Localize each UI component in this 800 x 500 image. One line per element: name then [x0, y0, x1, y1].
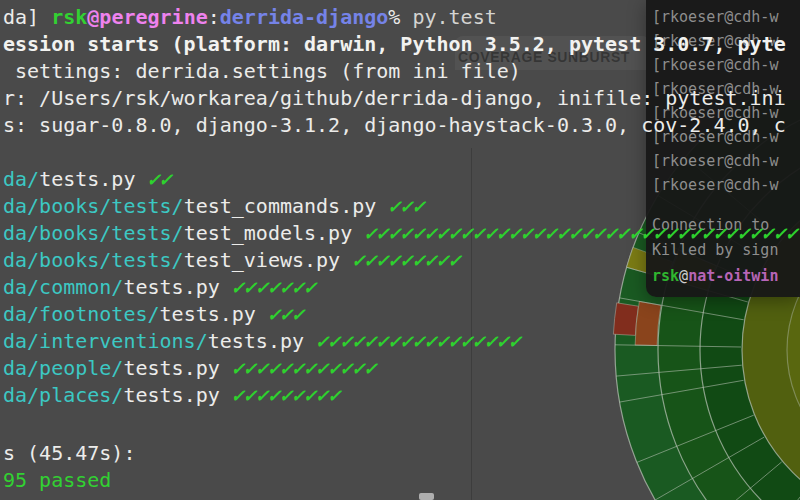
text-segment: test_models.py	[184, 221, 365, 245]
session-start-line: ession starts (platform: darwin, Python …	[3, 31, 786, 57]
test-result-line: da/tests.py ✓✓	[3, 166, 172, 192]
text-segment: 95 passed	[3, 468, 111, 492]
text-segment: tests.py	[123, 383, 231, 407]
text-segment: tests.py	[160, 302, 268, 326]
text-segment: ✓✓✓✓✓✓✓✓✓	[352, 248, 460, 272]
text-segment: tests.py	[208, 329, 316, 353]
text-segment: rsk	[51, 5, 87, 29]
passed-count-line: 95 passed	[3, 467, 111, 493]
results-duration-line: s (45.47s):	[3, 440, 135, 466]
text-segment: ✓✓✓✓✓✓✓✓✓	[232, 383, 340, 407]
text-segment: derrida-django	[220, 5, 389, 29]
test-result-line: da/footnotes/tests.py ✓✓✓	[3, 301, 304, 327]
test-result-line: da/interventions/tests.py ✓✓✓✓✓✓✓✓✓✓✓✓✓✓…	[3, 328, 521, 354]
text-segment: da/interventions/	[3, 329, 208, 353]
text-segment: da/common/	[3, 275, 123, 299]
text-segment: da/people/	[3, 356, 123, 380]
test-result-line: da/places/tests.py ✓✓✓✓✓✓✓✓✓	[3, 382, 340, 408]
text-segment: s (45.47s):	[3, 441, 135, 465]
test-result-line: da/books/tests/test_models.py ✓✓✓✓✓✓✓✓✓✓…	[3, 220, 798, 246]
text-segment: da/places/	[3, 383, 123, 407]
text-segment: tests.py	[39, 167, 147, 191]
desktop: COVERAGE SUNBURST [rkoeser@cdh-w[rkoeser…	[0, 0, 800, 500]
text-segment: test_views.py	[184, 248, 353, 272]
text-segment: ✓✓✓✓✓✓✓✓✓✓✓✓✓✓✓✓✓✓✓✓✓✓✓✓✓✓✓✓✓✓✓✓✓✓✓✓	[364, 221, 797, 245]
text-segment: tests.py	[123, 356, 231, 380]
plugins-line: s: sugar-0.8.0, django-3.1.2, django-hay…	[3, 112, 786, 138]
text-segment: ✓✓✓✓✓✓✓	[232, 275, 316, 299]
test-result-line: da/books/tests/test_views.py ✓✓✓✓✓✓✓✓✓	[3, 247, 461, 273]
text-segment: ✓✓✓	[388, 194, 424, 218]
text-segment: da/	[3, 167, 39, 191]
text-segment: tests.py	[123, 275, 231, 299]
foreground-terminal-lines: da] rsk@peregrine:derrida-django% py.tes…	[0, 0, 800, 500]
text-segment: r: /Users/rsk/workarea/github/derrida-dj…	[3, 86, 786, 110]
test-result-line: da/people/tests.py ✓✓✓✓✓✓✓✓✓✓✓✓	[3, 355, 376, 381]
shell-prompt-line: da] rsk@peregrine:derrida-django% py.tes…	[3, 4, 497, 30]
text-segment: test_commands.py	[184, 194, 389, 218]
text-segment: settings: derrida.settings (from ini fil…	[3, 59, 521, 83]
text-segment: ✓✓✓✓✓✓✓✓✓✓✓✓	[232, 356, 377, 380]
text-segment: da/books/tests/	[3, 194, 184, 218]
text-segment: ✓✓✓✓✓✓✓✓✓✓✓✓✓✓✓✓✓	[316, 329, 521, 353]
text-segment: py.test	[412, 5, 496, 29]
text-segment: da/footnotes/	[3, 302, 160, 326]
text-segment: @peregrine	[87, 5, 207, 29]
text-segment: :	[208, 5, 220, 29]
test-result-line: da/common/tests.py ✓✓✓✓✓✓✓	[3, 274, 316, 300]
settings-line: settings: derrida.settings (from ini fil…	[3, 58, 521, 84]
text-segment: da/books/tests/	[3, 248, 184, 272]
text-segment: ession starts (platform: darwin, Python …	[3, 32, 786, 56]
text-segment: ✓✓✓	[268, 302, 304, 326]
text-segment: %	[388, 5, 412, 29]
rootdir-line: r: /Users/rsk/workarea/github/derrida-dj…	[3, 85, 786, 111]
text-segment: ✓✓	[148, 167, 172, 191]
text-segment: s: sugar-0.8.0, django-3.1.2, django-hay…	[3, 113, 786, 137]
text-segment: da]	[3, 5, 51, 29]
test-result-line: da/books/tests/test_commands.py ✓✓✓	[3, 193, 424, 219]
text-segment: da/books/tests/	[3, 221, 184, 245]
